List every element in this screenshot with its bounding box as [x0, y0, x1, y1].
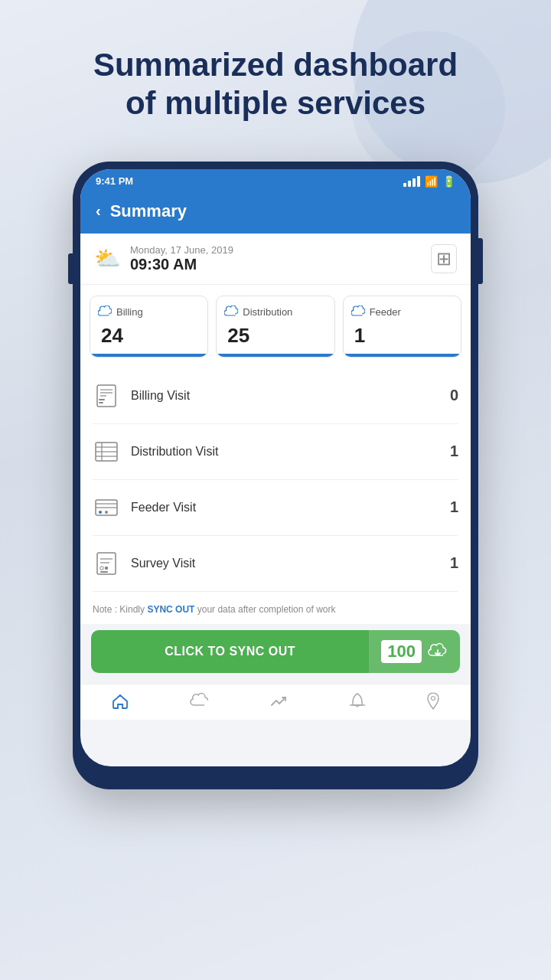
billing-cloud-icon — [98, 305, 112, 319]
distribution-cloud-icon — [224, 305, 238, 319]
back-button[interactable]: ‹ — [96, 202, 101, 220]
svg-rect-20 — [105, 567, 108, 570]
feeder-visit-icon — [93, 494, 120, 521]
sync-cloud-icon — [428, 642, 448, 662]
visit-item-billing[interactable]: Billing Visit 0 — [93, 368, 458, 424]
date-text: Monday, 17 June, 2019 — [130, 244, 233, 256]
date-info: Monday, 17 June, 2019 09:30 AM — [130, 244, 233, 273]
stats-row: Billing 24 Distribution 25 — [80, 285, 471, 368]
note-sync-highlight: SYNC OUT — [147, 604, 194, 615]
stat-card-feeder[interactable]: Feeder 1 — [343, 296, 461, 358]
billing-visit-icon — [93, 382, 120, 410]
stat-value-feeder: 1 — [351, 324, 453, 348]
date-row: ⛅ Monday, 17 June, 2019 09:30 AM ⊞ — [80, 234, 471, 285]
stat-label-feeder: Feeder — [370, 306, 401, 318]
stat-value-billing: 24 — [98, 324, 200, 348]
note-suffix: your data after completion of work — [194, 604, 335, 615]
date-weather: ⛅ Monday, 17 June, 2019 09:30 AM — [94, 244, 233, 273]
sync-button[interactable]: CLICK TO SYNC OUT 100 — [91, 630, 460, 673]
sync-button-right: 100 — [369, 630, 460, 673]
nav-item-location[interactable] — [426, 692, 440, 710]
phone-screen: 9:41 PM 📶 🔋 ‹ Summary ⛅ Mond — [80, 169, 471, 766]
visit-item-survey[interactable]: Survey Visit 1 — [93, 536, 458, 592]
visit-item-distribution[interactable]: Distribution Visit 1 — [93, 424, 458, 480]
billing-visit-label: Billing Visit — [131, 389, 450, 403]
wifi-icon: 📶 — [425, 175, 438, 188]
nav-item-cloud[interactable] — [190, 692, 208, 710]
svg-point-14 — [99, 511, 102, 514]
svg-point-23 — [432, 696, 435, 700]
survey-visit-count: 1 — [450, 554, 458, 572]
nav-item-bell[interactable] — [349, 692, 366, 710]
feeder-visit-label: Feeder Visit — [131, 501, 450, 514]
sync-button-label: CLICK TO SYNC OUT — [91, 645, 369, 658]
side-button-left — [68, 253, 73, 284]
signal-icon — [403, 176, 420, 187]
visit-list: Billing Visit 0 Distribution Visit 1 — [80, 368, 471, 592]
svg-rect-4 — [99, 399, 105, 400]
visit-item-feeder[interactable]: Feeder Visit 1 — [93, 480, 458, 536]
stat-label-billing: Billing — [116, 306, 143, 318]
weather-icon: ⛅ — [94, 246, 121, 271]
status-icons: 📶 🔋 — [403, 175, 455, 188]
status-time: 9:41 PM — [96, 175, 133, 187]
svg-rect-16 — [97, 553, 116, 574]
stat-card-billing[interactable]: Billing 24 — [90, 296, 208, 358]
stat-card-distribution[interactable]: Distribution 25 — [216, 296, 334, 358]
feeder-visit-count: 1 — [450, 498, 458, 516]
calendar-icon[interactable]: ⊞ — [431, 244, 457, 273]
nav-item-home[interactable] — [111, 692, 129, 710]
header-title: Summary — [110, 201, 187, 221]
time-text: 09:30 AM — [130, 256, 233, 273]
page-title: Summarized dashboard of multiple service… — [47, 46, 504, 123]
battery-icon: 🔋 — [442, 175, 455, 188]
svg-rect-19 — [100, 567, 103, 570]
distribution-visit-count: 1 — [450, 443, 458, 460]
note-prefix: Note : Kindly — [93, 604, 147, 615]
svg-rect-5 — [99, 402, 103, 403]
survey-visit-icon — [93, 550, 120, 577]
status-bar: 9:41 PM 📶 🔋 — [80, 169, 471, 192]
svg-rect-21 — [100, 571, 108, 573]
billing-visit-count: 0 — [450, 387, 458, 404]
note-section: Note : Kindly SYNC OUT your data after c… — [80, 592, 471, 624]
bottom-nav — [80, 684, 471, 720]
stat-label-distribution: Distribution — [243, 306, 292, 318]
distribution-visit-label: Distribution Visit — [131, 445, 450, 459]
stat-value-distribution: 25 — [224, 324, 326, 348]
phone-mockup: 9:41 PM 📶 🔋 ‹ Summary ⛅ Mond — [73, 162, 478, 789]
distribution-visit-icon — [93, 438, 120, 466]
side-button-right — [478, 238, 483, 284]
survey-visit-label: Survey Visit — [131, 557, 450, 570]
sync-count: 100 — [381, 640, 422, 663]
feeder-cloud-icon — [351, 305, 365, 319]
svg-point-15 — [105, 511, 108, 514]
nav-item-chart[interactable] — [269, 692, 288, 710]
app-header: ‹ Summary — [80, 192, 471, 234]
